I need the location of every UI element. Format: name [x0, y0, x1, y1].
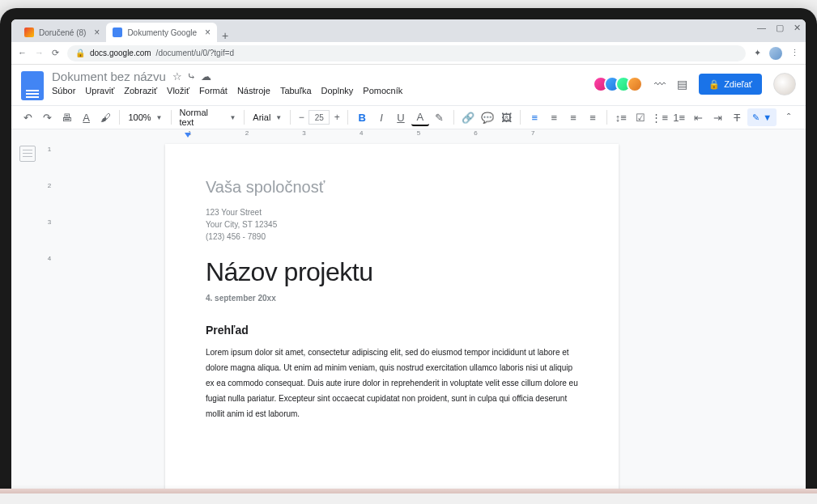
docs-icon — [113, 28, 122, 37]
document-page[interactable]: Vaša spoločnosť 123 Your Street Your Cit… — [165, 144, 619, 493]
cloud-status-icon[interactable]: ☁ — [201, 70, 211, 83]
image-button[interactable]: 🖼 — [498, 108, 516, 126]
print-button[interactable]: 🖶 — [58, 108, 76, 126]
document-date: 4. september 20xx — [206, 294, 578, 303]
document-canvas: 1 2 3 4 1 2 3 4 5 6 7 Vaša spoločnosť 12… — [11, 129, 806, 493]
minimize-icon[interactable]: — — [757, 23, 766, 33]
tab-label: Doručené (8) — [39, 28, 86, 37]
zoom-select[interactable]: 100%▼ — [125, 112, 165, 122]
menu-addons[interactable]: Doplnky — [321, 86, 354, 95]
increase-font-button[interactable]: + — [331, 112, 343, 123]
link-button[interactable]: 🔗 — [459, 108, 477, 126]
menu-help[interactable]: Pomocník — [363, 86, 402, 95]
indent-marker-icon[interactable] — [185, 133, 191, 138]
project-title: Názov projektu — [206, 257, 578, 287]
laptop-base — [0, 489, 817, 493]
browser-profile-avatar[interactable] — [769, 47, 782, 60]
clear-formatting-button[interactable]: T — [728, 108, 746, 126]
extensions-icon[interactable]: ✦ — [754, 48, 761, 58]
tab-label: Dokumenty Google — [127, 28, 197, 37]
browser-tab-docs[interactable]: Dokumenty Google × — [106, 23, 217, 42]
pencil-icon: ✎ — [752, 112, 760, 123]
share-button[interactable]: 🔒 Zdieľať — [699, 74, 762, 95]
collaborator-avatars[interactable] — [598, 76, 643, 92]
outline-toggle-icon[interactable] — [19, 146, 36, 162]
forward-icon[interactable]: → — [35, 48, 44, 58]
browser-tab-strip: Doručené (8) × Dokumenty Google × + — ▢ … — [11, 19, 806, 42]
line-spacing-button[interactable]: ↕≡ — [612, 108, 630, 126]
menu-format[interactable]: Formát — [199, 86, 228, 95]
menu-insert[interactable]: Vložiť — [167, 86, 189, 95]
menu-view[interactable]: Zobraziť — [124, 86, 157, 95]
body-paragraph: Lorem ipsum dolor sit amet, consectetur … — [206, 345, 578, 421]
editing-mode-button[interactable]: ✎ ▼ — [747, 108, 777, 126]
gmail-icon — [24, 28, 34, 37]
highlight-button[interactable]: ✎ — [431, 108, 449, 126]
comments-icon[interactable]: ▤ — [677, 78, 687, 91]
checklist-button[interactable]: ☑ — [632, 108, 649, 126]
back-icon[interactable]: ← — [18, 48, 27, 58]
underline-button[interactable]: U — [392, 108, 410, 126]
reload-icon[interactable]: ⟳ — [52, 48, 59, 58]
browser-tab-gmail[interactable]: Doručené (8) × — [18, 23, 106, 42]
redo-button[interactable]: ↷ — [39, 108, 57, 126]
url-host: docs.google.com — [90, 49, 151, 57]
comment-button[interactable]: 💬 — [479, 108, 496, 126]
section-heading: Prehľad — [206, 324, 578, 337]
decrease-indent-button[interactable]: ⇤ — [690, 108, 708, 126]
italic-button[interactable]: I — [372, 108, 390, 126]
url-path: /document/u/0/?tgif=d — [156, 49, 234, 57]
close-window-icon[interactable]: ✕ — [794, 23, 801, 33]
text-color-button[interactable]: A — [411, 108, 429, 126]
lock-icon: 🔒 — [75, 49, 85, 57]
bold-button[interactable]: B — [353, 108, 371, 126]
browser-menu-icon[interactable]: ⋮ — [790, 48, 799, 58]
google-docs-logo-icon[interactable] — [21, 71, 44, 100]
menu-bar: Súbor Upraviť Zobraziť Vložiť Formát Nás… — [52, 86, 589, 95]
collapse-toolbar-button[interactable]: ˆ — [780, 108, 798, 126]
menu-table[interactable]: Tabuľka — [280, 86, 312, 95]
url-input[interactable]: 🔒 docs.google.com/document/u/0/?tgif=d — [67, 45, 746, 61]
align-center-button[interactable]: ≡ — [545, 108, 563, 126]
bulleted-list-button[interactable]: ⋮≡ — [651, 108, 669, 126]
align-left-button[interactable]: ≡ — [526, 108, 543, 126]
undo-button[interactable]: ↶ — [19, 108, 37, 126]
horizontal-ruler[interactable]: 1 2 3 4 5 6 7 — [149, 129, 560, 141]
align-justify-button[interactable]: ≡ — [584, 108, 602, 126]
maximize-icon[interactable]: ▢ — [776, 23, 784, 33]
font-select[interactable]: Arial▼ — [249, 112, 285, 122]
chevron-down-icon: ▼ — [229, 114, 236, 121]
chevron-down-icon: ▼ — [275, 114, 282, 121]
docs-header: Dokument bez názvu ☆ ⤷ ☁ Súbor Upraviť Z… — [11, 65, 806, 100]
address-block: 123 Your Street Your City, ST 12345 (123… — [206, 206, 578, 243]
star-icon[interactable]: ☆ — [172, 70, 182, 83]
chevron-down-icon: ▼ — [763, 112, 772, 122]
font-size-value[interactable]: 25 — [309, 110, 330, 125]
decrease-font-button[interactable]: − — [296, 112, 307, 123]
menu-edit[interactable]: Upraviť — [85, 86, 114, 95]
share-label: Zdieľať — [724, 79, 752, 89]
new-tab-button[interactable]: + — [217, 29, 233, 42]
lock-icon: 🔒 — [708, 79, 720, 90]
formatting-toolbar: ↶ ↷ 🖶 A 🖌 100%▼ Normal text▼ Arial▼ − 25… — [11, 105, 806, 129]
paragraph-style-select[interactable]: Normal text▼ — [177, 108, 240, 127]
screen: Doručené (8) × Dokumenty Google × + — ▢ … — [11, 19, 806, 493]
increase-indent-button[interactable]: ⇥ — [708, 108, 726, 126]
font-size-stepper: − 25 + — [296, 110, 343, 125]
move-icon[interactable]: ⤷ — [187, 70, 196, 83]
avatar — [627, 76, 643, 92]
menu-file[interactable]: Súbor — [52, 86, 75, 95]
menu-tools[interactable]: Nástroje — [237, 86, 270, 95]
numbered-list-button[interactable]: 1≡ — [670, 108, 688, 126]
window-controls: — ▢ ✕ — [757, 23, 801, 33]
close-icon[interactable]: × — [205, 27, 211, 38]
align-right-button[interactable]: ≡ — [564, 108, 582, 126]
spellcheck-button[interactable]: A — [78, 108, 96, 126]
address-bar: ← → ⟳ 🔒 docs.google.com/document/u/0/?tg… — [11, 42, 806, 65]
document-title[interactable]: Dokument bez názvu — [52, 70, 166, 83]
paint-format-button[interactable]: 🖌 — [97, 108, 115, 126]
activity-icon[interactable]: 〰 — [654, 78, 666, 91]
account-avatar[interactable] — [773, 73, 796, 95]
company-heading: Vaša spoločnosť — [206, 178, 578, 197]
close-icon[interactable]: × — [94, 27, 100, 38]
